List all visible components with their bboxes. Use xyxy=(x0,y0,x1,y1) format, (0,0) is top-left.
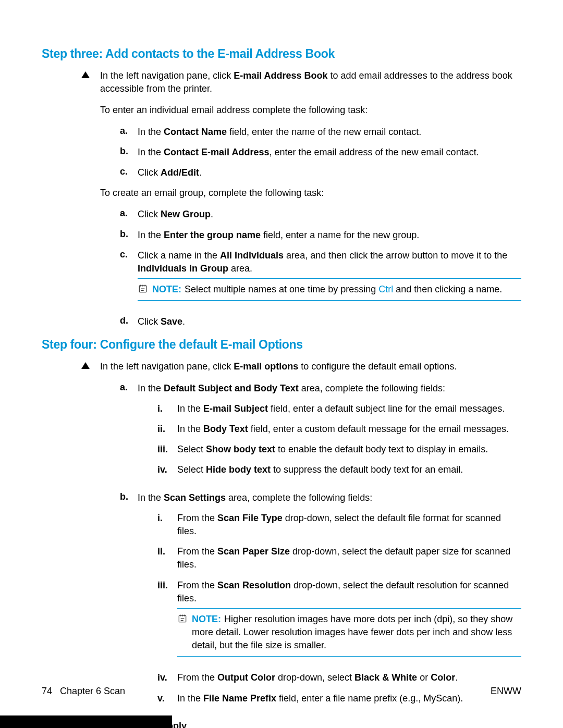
step4-content: In the left navigation pane, click E-mai… xyxy=(81,360,521,728)
step4-heading: Step four: Configure the default E-mail … xyxy=(42,338,521,352)
step4-note: NOTE:Higher resolution images have more … xyxy=(177,608,521,657)
step3-task1-intro: To enter an individual email address com… xyxy=(100,104,521,117)
redaction-bar xyxy=(0,715,172,728)
note-icon xyxy=(177,613,188,624)
footer-right: ENWW xyxy=(491,686,521,697)
step4-list: a. In the Default Subject and Body Text … xyxy=(120,382,521,728)
step3-task2-intro: To create an email group, complete the f… xyxy=(100,187,521,200)
step3-heading: Step three: Add contacts to the E-mail A… xyxy=(42,47,521,61)
page-footer: 74 Chapter 6 Scan ENWW xyxy=(42,686,521,697)
step4-intro: In the left navigation pane, click E-mai… xyxy=(100,360,521,373)
document-page: Step three: Add contacts to the E-mail A… xyxy=(0,0,563,728)
step3-intro: In the left navigation pane, click E-mai… xyxy=(100,69,521,95)
page-number: 74 xyxy=(42,686,52,696)
step3-content: In the left navigation pane, click E-mai… xyxy=(81,69,521,336)
chapter-label: Chapter 6 Scan xyxy=(60,686,125,696)
triangle-bullet-icon xyxy=(81,362,90,369)
step3-note: NOTE:Select multiple names at one time b… xyxy=(138,278,521,301)
step3-task1-list: a.In the Contact Name field, enter the n… xyxy=(120,126,521,180)
step3-task2-list: a.Click New Group. b.In the Enter the gr… xyxy=(120,208,521,328)
triangle-bullet-icon xyxy=(81,71,90,78)
note-icon xyxy=(138,283,148,294)
